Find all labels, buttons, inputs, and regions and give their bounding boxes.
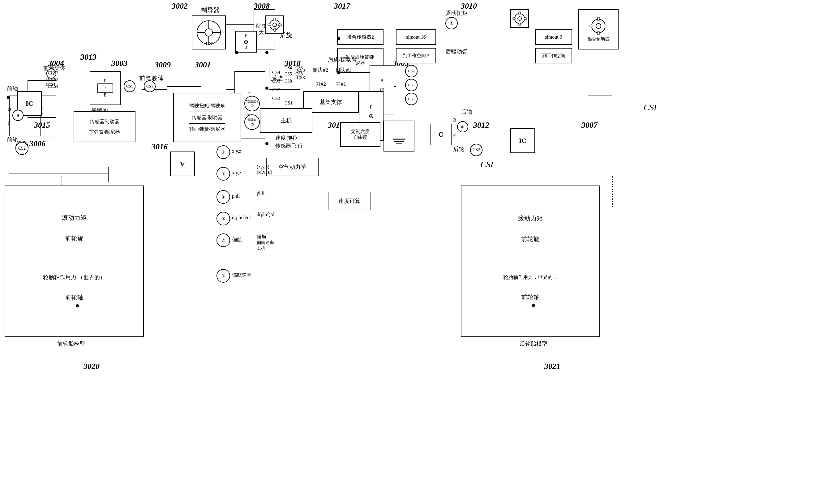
svg-point-38 [515,14,524,23]
zhidaogi-block: CS [192,16,226,50]
pianhangsulv-n7-label: 偏航速率 [232,272,252,278]
qianlunxuan-rear-label: 前轮旋 [521,236,540,242]
svg-rect-40 [519,12,520,14]
ref-3012: 3012 [473,121,489,130]
zhuanxiang-label: 转向弹簧/阻尼器 [189,126,225,133]
houXuanBaiDong-label: 后旋/摆动臂 [328,56,357,63]
phif-label: phif [232,193,240,199]
v-label: V [180,160,185,168]
zhuji-label: 主机 [281,117,292,124]
ic-block-rear: IC [510,128,535,153]
qianZhou-label: 前轴 [7,85,18,92]
di-symbol-block [383,121,414,151]
c-block: C [430,124,451,145]
li2-label: 力#2 [316,80,326,88]
cs2-front: □CS2 [48,71,58,75]
ref-3017: 3017 [334,2,350,11]
diagram-container: 3002 3004 3013 3003 3009 3001 3005 3011 … [0,0,840,504]
ref-3001: 3001 [195,60,211,70]
simout9-label: simout 9 [545,34,562,40]
xyz-group-labels: (x,y,z) (x',y',z') [257,164,272,175]
qianlunzhou-label: 前轮轴 [65,294,84,301]
gear-icon-drive [510,9,529,28]
cs-3018-inputs: CS4 CS5 CS7 CS2 [272,68,280,103]
svg-rect-43 [524,18,526,19]
gear-icon-rear [265,16,284,34]
qiantanhuan-label: 前弹簧/阻尼器 [89,129,120,136]
pianhang-label: 偏航 [257,233,274,240]
qianluntai-label: 前轮胎模型 [57,340,85,347]
lingJingDe-block: F ↕ B [90,71,121,105]
cebian2-label: 侧边#2 [312,67,328,74]
houZhou-label: 后轴 [461,108,472,116]
dingzhiliudu-block: 定制六度 自由度 [340,122,380,147]
B-label-front: B [8,107,11,112]
simout9-block: simout 9 [535,29,572,45]
qianlunxuan-label: 前轮旋 [65,235,84,242]
suduJiSuan-block: 速度计算 [328,192,371,210]
ref-3003: 3003 [111,59,127,68]
pianhang-n6-label: 偏航 [232,236,242,243]
gundong-label: 滚动力矩 [62,214,87,221]
front-tire-model: 滚动力矩 前轮旋 轮胎轴作用力 （世界的） 前轮轴 [5,185,144,337]
svg-rect-47 [597,32,600,35]
ref-3020: 3020 [84,362,100,371]
ref-3016: 3016 [151,142,168,151]
houluntai-label: 后轮胎模型 [520,340,548,347]
jiaSuJiao-circle: 驾驶角 ② [244,114,260,130]
circle-n6: ⑥ [216,233,230,247]
jieheChuangan-label: 接合传感器2 [347,34,374,40]
fb-block-rear-spin: F ⊕ B [235,31,257,53]
sudujisuan-label: 速度计算 [338,197,361,205]
svg-point-39 [518,17,521,20]
svg-rect-48 [590,25,593,27]
houchuandong-label: 后驱动臂 [445,48,468,55]
cs8-top: CS8 [296,72,303,77]
svg-rect-34 [274,18,275,21]
svg-rect-41 [519,23,520,25]
ref-3015: 3015 [34,121,50,130]
svg-point-32 [270,20,280,30]
ref-3006: 3006 [30,139,46,148]
luntai-label: 轮胎轴作用力 （世界的） [43,274,106,281]
cs4-front: □CS4 [48,84,58,89]
xyzprime2-label: (x',y',z') [257,169,272,175]
xyzprime-label: (x,y,z) [257,164,272,169]
circle-n2: ② [216,145,230,159]
gyro-front-axle: ⊕ [12,110,23,121]
svg-point-27 [205,29,213,36]
c-label: C [438,130,443,139]
svg-rect-36 [268,24,271,26]
cs3-front: □CS3 [48,77,58,82]
B-label-rear: B [453,118,456,123]
houLun-label: 后轮 [453,145,464,153]
svg-rect-46 [597,17,600,20]
circle-n4: ④ [216,190,230,204]
svg-point-44 [592,19,605,33]
luntai-rear-label: 轮胎轴作用力，世界的， [503,274,558,280]
svg-rect-37 [278,24,282,26]
daogongzuo-block: 到工作空间 [535,48,572,64]
jiaSu-block: 驾驶扭矩 驾驶角 传感器 制动器 转向弹簧/阻尼器 [173,93,241,142]
li1-label: 力#1 [336,80,346,88]
circle-n3: ③ [216,167,230,181]
hunhezhidong-label: 混合制动器 [588,36,609,42]
rear-tire-model: 滚动力矩 前轮旋 轮胎轴作用力，世界的， 前轮轴 [461,185,600,337]
cs-front-wheel: CS1 CS2 CS3 [16,141,22,155]
svg-rect-49 [604,25,607,27]
hunhezhi-block: 混合制动器 [578,9,619,50]
jiaSuNiuJu-circle: 驾驶扭矩 ① [244,96,260,111]
zhidaogi-label: 制导器 [201,6,219,15]
ref-3021: 3021 [544,362,560,371]
svg-point-33 [273,23,276,26]
zhuji-bottom-label: 主机 [257,246,274,251]
chuanganzhidong-block: 传感器制动器 前弹簧/阻尼器 [74,111,136,142]
xyz2-label: x,y,z [232,148,241,154]
kongqiDongli-block: 空气动力学 [266,158,319,176]
qudong-label: 驱动扭矩 [445,9,468,17]
cs-rear-wheel: CS1 CS2 CS3 [470,144,479,154]
daogongzuo3-label: 到工作空间 3 [403,53,429,59]
daogongzuo-label: 到工作空间 [542,53,565,59]
circle-n5: ⑤ [216,212,230,226]
gyro-rear: ⊕ [457,121,468,132]
